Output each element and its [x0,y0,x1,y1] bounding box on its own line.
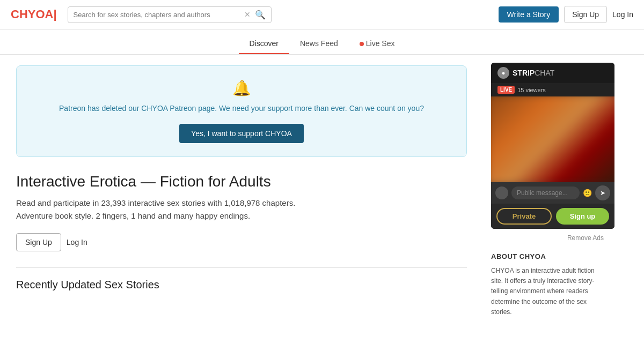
chat-message-input[interactable]: Public message... [511,187,580,199]
hero-description: Read and participate in 23,393 interacti… [16,197,467,222]
stripchat-logo: ● STRIPCHAT [497,67,554,79]
header-actions: Write a Story Sign Up Log In [499,6,633,23]
search-icon[interactable]: 🔍 [255,10,266,20]
live-badge: LIVE [497,86,515,94]
send-message-button[interactable]: ➤ [595,185,610,200]
tab-newsfeed[interactable]: News Feed [289,34,349,54]
emoji-icon[interactable]: 🙂 [583,189,592,197]
ad-chat-bar: Public message... 🙂 ➤ [491,182,614,204]
about-section: ABOUT CHYOA CHYOA is an interactive adul… [491,252,604,317]
support-button[interactable]: Yes, I want to support CHYOA [179,124,304,143]
tab-livesex[interactable]: Live Sex [349,34,406,54]
content-area: 🔔 Patreon has deleted our CHYOA Patreon … [0,55,483,325]
chat-avatar-icon [495,187,508,199]
nav-tabs: Discover News Feed Live Sex [0,29,644,55]
about-text: CHYOA is an interactive adult fiction si… [491,266,604,317]
hero-actions: Sign Up Log In [16,233,467,251]
viewers-count: 15 viewers [517,87,546,93]
signup-main-button[interactable]: Sign Up [16,233,61,251]
hero-title: Interactive Erotica — Fiction for Adults [16,173,467,190]
login-main-button[interactable]: Log In [67,233,87,251]
clear-icon[interactable]: ✕ [244,10,251,19]
live-dot-icon [360,42,364,46]
ad-container: ● STRIPCHAT LIVE 15 viewers Public messa… [491,63,614,229]
about-title: ABOUT CHYOA [491,252,604,260]
alert-text: Patreon has deleted our CHYOA Patreon pa… [33,102,450,114]
signup-header-button[interactable]: Sign Up [564,6,607,23]
divider [16,267,467,268]
stripchat-icon: ● [497,67,509,79]
alert-icon: 🔔 [33,79,450,97]
search-bar: ✕ 🔍 [68,6,272,23]
write-story-button[interactable]: Write a Story [499,6,559,23]
header: CHYOA| ✕ 🔍 Write a Story Sign Up Log In [0,0,644,29]
main-layout: 🔔 Patreon has deleted our CHYOA Patreon … [0,55,644,325]
site-logo[interactable]: CHYOA| [11,8,57,21]
sidebar: ● STRIPCHAT LIVE 15 viewers Public messa… [483,55,612,325]
private-button[interactable]: Private [496,208,552,225]
remove-ads-link[interactable]: Remove Ads [491,234,604,242]
login-header-button[interactable]: Log In [612,10,633,19]
stripchat-name: STRIPCHAT [513,69,554,77]
alert-box: 🔔 Patreon has deleted our CHYOA Patreon … [16,65,467,157]
signup-ad-button[interactable]: Sign up [556,208,609,225]
ad-buttons: Private Sign up [491,204,614,229]
ad-image [491,96,614,182]
recently-updated-title: Recently Updated Sex Stories [16,279,467,291]
ad-header: ● STRIPCHAT [491,63,614,83]
search-input[interactable] [74,11,244,19]
tab-discover[interactable]: Discover [239,34,289,54]
